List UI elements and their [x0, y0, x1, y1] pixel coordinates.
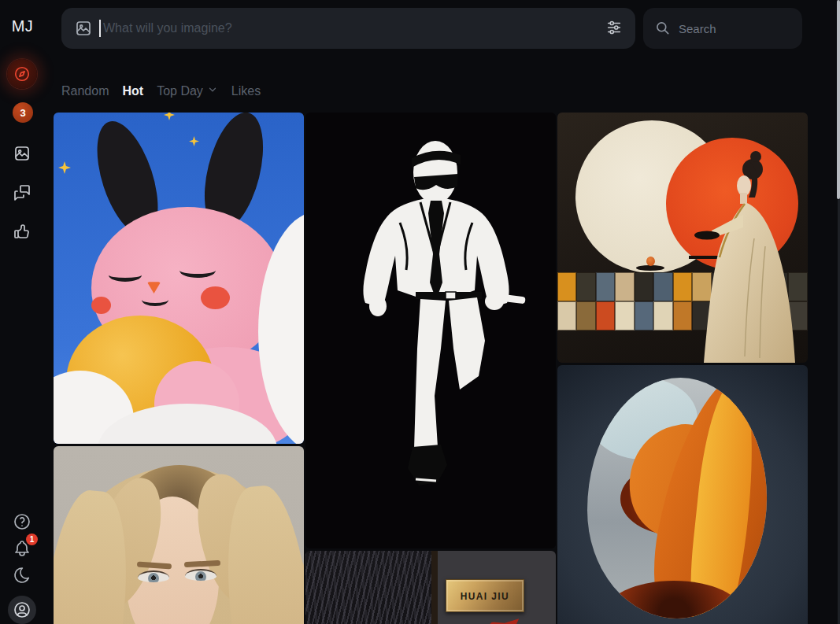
gallery-image-knitted-bunny[interactable] [54, 113, 304, 444]
prompt-settings-button[interactable] [605, 19, 623, 39]
search-icon [655, 20, 671, 36]
thumbs-up-icon [13, 222, 31, 241]
door-frame [431, 551, 438, 624]
prompt-bar [61, 8, 635, 49]
suit-man-illustration [305, 113, 556, 548]
star-shape [164, 113, 175, 120]
bunny-eye [109, 268, 142, 282]
eye-shape [185, 569, 216, 581]
text-cursor [99, 20, 101, 37]
image-icon [13, 144, 31, 163]
iris-shape [148, 573, 159, 582]
moon-icon [13, 566, 31, 585]
search-input[interactable] [679, 22, 790, 35]
app-logo: MJ [0, 17, 45, 35]
sliders-icon [605, 19, 623, 39]
star-shape [58, 161, 71, 174]
explore-badge[interactable]: 3 [13, 102, 33, 123]
user-circle-icon [13, 600, 31, 619]
wall-panel: HUAI JIU [431, 551, 556, 624]
tab-random[interactable]: Random [61, 84, 109, 98]
sidebar-item-notifications[interactable]: 1 [11, 537, 33, 559]
chevron-down-icon [207, 84, 218, 98]
scrollbar-thumb[interactable] [837, 0, 840, 199]
bunny-eye [179, 263, 216, 278]
sidebar-item-explore[interactable] [7, 59, 37, 89]
prompt-input[interactable] [103, 21, 605, 35]
gallery-image-huai-jiu[interactable]: HUAI JIU [305, 551, 556, 624]
search-bar [643, 8, 802, 49]
tab-hot[interactable]: Hot [122, 84, 143, 98]
sidebar-item-help[interactable] [11, 511, 33, 533]
sidebar: MJ 3 [0, 0, 45, 624]
gallery-image-moon-woman[interactable] [557, 113, 808, 363]
gallery-image-orange-swirl[interactable] [557, 365, 808, 624]
eye-shape [138, 570, 169, 582]
bunny-cheek [91, 297, 111, 314]
sidebar-item-chat[interactable] [11, 182, 33, 204]
plaque-text: HUAI JIU [461, 590, 509, 602]
compass-icon [13, 65, 31, 83]
notification-badge: 1 [26, 534, 38, 545]
bunny-cheek [201, 286, 230, 309]
chat-bubbles-icon [13, 183, 31, 202]
sidebar-item-profile[interactable] [8, 596, 36, 624]
red-ribbon [487, 617, 520, 624]
sidebar-item-theme-toggle[interactable] [11, 564, 33, 586]
gallery-column-1 [54, 113, 304, 624]
gallery-image-suit-runner[interactable] [305, 113, 556, 548]
feed-filter-tabs: Random Hot Top Day Likes [61, 81, 261, 102]
gallery-image-blonde-portrait[interactable] [54, 446, 304, 624]
iris-shape [195, 571, 206, 581]
sidebar-item-likes[interactable] [11, 220, 33, 242]
image-icon [74, 19, 93, 38]
gallery-grid: HUAI JIU [54, 113, 808, 624]
bunny-mouth [142, 294, 168, 306]
gallery-column-3 [557, 113, 808, 624]
kimono-woman-illustration [557, 113, 808, 363]
help-icon [13, 512, 31, 531]
stone-opening [587, 378, 767, 618]
gallery-column-2: HUAI JIU [305, 113, 556, 624]
tab-top-day[interactable]: Top Day [157, 84, 218, 98]
sidebar-item-images[interactable] [11, 142, 33, 164]
brass-plaque: HUAI JIU [446, 579, 524, 612]
dark-hair-panel [305, 551, 431, 624]
tab-likes[interactable]: Likes [231, 84, 261, 98]
star-shape [189, 136, 199, 146]
